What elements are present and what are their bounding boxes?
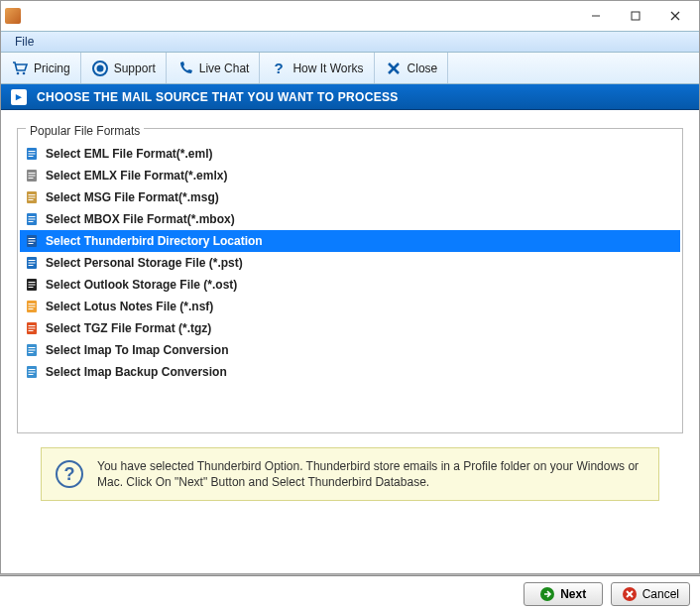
pricing-label: Pricing (34, 61, 70, 75)
format-row[interactable]: Select MBOX File Format(*.mbox) (20, 208, 680, 230)
next-button[interactable]: Next (524, 582, 603, 606)
howitworks-button[interactable]: ? How It Works (260, 53, 374, 83)
svg-rect-49 (29, 350, 36, 351)
file-icon (24, 146, 40, 162)
cancel-label: Cancel (642, 587, 679, 601)
svg-rect-28 (29, 238, 36, 239)
svg-point-7 (96, 64, 103, 71)
file-icon (24, 233, 40, 249)
svg-point-4 (17, 71, 20, 74)
svg-rect-16 (29, 173, 36, 174)
howitworks-label: How It Works (292, 61, 363, 75)
format-label: Select MSG File Format(*.msg) (46, 190, 219, 204)
headset-icon (91, 60, 109, 77)
format-row[interactable]: Select Outlook Storage File (*.ost) (20, 274, 680, 296)
svg-rect-33 (29, 263, 36, 264)
close-icon (669, 10, 681, 22)
format-label: Select EML File Format(*.eml) (46, 147, 213, 161)
question-icon: ? (270, 60, 288, 77)
svg-rect-12 (29, 151, 36, 152)
format-label: Select Personal Storage File (*.pst) (46, 256, 243, 270)
svg-rect-18 (29, 178, 34, 179)
formats-list: Select EML File Format(*.eml)Select EMLX… (20, 143, 680, 383)
content-area: Popular File Formats Select EML File For… (1, 110, 699, 539)
info-box: ? You have selected Thunderbird Option. … (41, 447, 659, 501)
cart-icon (11, 60, 29, 77)
close-label: Close (408, 61, 438, 75)
format-row[interactable]: Select Personal Storage File (*.pst) (20, 252, 680, 274)
svg-rect-46 (29, 330, 34, 331)
livechat-button[interactable]: Live Chat (167, 53, 261, 83)
app-icon (5, 8, 21, 24)
banner: ▸ CHOOSE THE MAIL SOURCE THAT YOU WANT T… (1, 84, 699, 110)
format-row[interactable]: Select Imap Backup Conversion (20, 361, 680, 383)
minimize-button[interactable] (576, 2, 616, 30)
svg-rect-29 (29, 241, 36, 242)
svg-text:?: ? (275, 60, 284, 76)
svg-rect-34 (29, 265, 34, 266)
livechat-label: Live Chat (199, 61, 250, 75)
file-icon (24, 168, 40, 183)
format-row[interactable]: Select EMLX File Format(*.emlx) (20, 165, 680, 186)
formats-fieldset: Popular File Formats Select EML File For… (17, 128, 683, 433)
minimize-icon (591, 11, 601, 21)
info-text: You have selected Thunderbird Option. Th… (97, 458, 644, 490)
support-button[interactable]: Support (81, 53, 167, 83)
svg-rect-36 (29, 282, 36, 283)
svg-rect-50 (29, 352, 34, 353)
pricing-button[interactable]: Pricing (1, 53, 81, 83)
svg-rect-53 (29, 372, 36, 373)
file-icon (24, 255, 40, 271)
svg-rect-1 (632, 12, 640, 20)
svg-rect-24 (29, 216, 36, 217)
svg-rect-37 (29, 285, 36, 286)
toolbar: Pricing Support Live Chat ? How It Works… (1, 53, 699, 84)
doc-plus-icon: ▸ (11, 89, 27, 105)
maximize-icon (631, 11, 641, 21)
footer: Next Cancel (0, 575, 700, 611)
maximize-button[interactable] (616, 2, 655, 30)
svg-rect-42 (29, 308, 34, 309)
format-label: Select EMLX File Format(*.emlx) (46, 169, 227, 183)
close-window-button[interactable] (655, 2, 695, 30)
file-icon (24, 277, 40, 293)
svg-rect-38 (29, 287, 34, 288)
format-row[interactable]: Select Lotus Notes File (*.nsf) (20, 296, 680, 317)
formats-legend: Popular File Formats (26, 124, 144, 138)
format-row[interactable]: Select TGZ File Format (*.tgz) (20, 317, 680, 339)
svg-rect-21 (29, 197, 36, 198)
format-label: Select Imap To Imap Conversion (46, 343, 229, 357)
menu-file[interactable]: File (9, 33, 40, 51)
cancel-button[interactable]: Cancel (611, 582, 690, 606)
phone-icon (176, 60, 194, 77)
svg-rect-26 (29, 221, 34, 222)
banner-text: CHOOSE THE MAIL SOURCE THAT YOU WANT TO … (37, 90, 399, 104)
info-icon: ? (56, 460, 83, 488)
format-label: Select Outlook Storage File (*.ost) (46, 278, 237, 292)
svg-rect-44 (29, 325, 36, 326)
format-row[interactable]: Select Imap To Imap Conversion (20, 339, 680, 361)
format-row[interactable]: Select EML File Format(*.eml) (20, 143, 680, 165)
svg-rect-20 (29, 194, 36, 195)
format-row[interactable]: Select MSG File Format(*.msg) (20, 186, 680, 208)
svg-point-5 (23, 71, 26, 74)
close-button[interactable]: Close (375, 53, 449, 83)
format-label: Select Lotus Notes File (*.nsf) (46, 300, 213, 313)
svg-rect-40 (29, 304, 36, 305)
x-icon (385, 60, 403, 77)
svg-rect-41 (29, 306, 36, 307)
file-icon (24, 189, 40, 205)
svg-rect-14 (29, 156, 34, 157)
file-icon (24, 211, 40, 227)
file-icon (24, 342, 40, 358)
file-icon (24, 364, 40, 380)
format-label: Select TGZ File Format (*.tgz) (46, 321, 211, 335)
menubar: File (1, 31, 699, 53)
next-label: Next (560, 587, 586, 601)
svg-rect-30 (29, 243, 34, 244)
format-label: Select Thunderbird Directory Location (46, 234, 263, 248)
svg-rect-17 (29, 176, 36, 177)
svg-rect-32 (29, 260, 36, 261)
format-row[interactable]: Select Thunderbird Directory Location (20, 230, 680, 252)
file-icon (24, 299, 40, 314)
